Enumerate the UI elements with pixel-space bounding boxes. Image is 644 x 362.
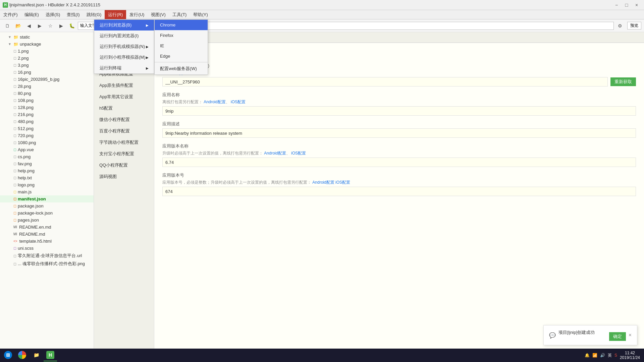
menu-tools[interactable]: 工具(T) — [169, 10, 190, 19]
sidebar-item-216png[interactable]: ◻ 216.png — [0, 111, 94, 118]
debug-button[interactable]: 🐛 — [67, 21, 76, 31]
ios-config-link[interactable]: iOS配置 — [231, 100, 246, 104]
title-bar: H ljnip/manifest.json - HBuilder X 2.4.2… — [0, 0, 644, 10]
sidebar-item-favpng[interactable]: ◻ fav.png — [0, 160, 94, 167]
nav-bytedance[interactable]: 字节跳动小程序配置 — [94, 137, 154, 148]
nav-source[interactable]: 源码视图 — [94, 171, 154, 182]
sidebar-item-logopng[interactable]: ◻ logo.png — [0, 181, 94, 188]
nav-app-other-settings[interactable]: App常用其它设置 — [94, 91, 154, 103]
preview-button[interactable]: 预览 — [627, 22, 641, 29]
browser-ie-item[interactable]: IE — [155, 41, 208, 51]
android-config3-link[interactable]: Android配置 — [312, 180, 334, 185]
sidebar-item-720png[interactable]: ◻ 720.png — [0, 132, 94, 139]
app-desc-label: 应用描述 — [162, 121, 636, 127]
taskbar-chrome[interactable] — [15, 349, 29, 361]
sidebar-item-mainjs[interactable]: ◻ main.js — [0, 188, 94, 195]
menu-select[interactable]: 选择(S) — [42, 10, 63, 19]
nav-qq[interactable]: QQ小程序配置 — [94, 160, 154, 171]
mi-icon: MI — [13, 225, 17, 229]
file-icon: ◻ — [13, 70, 16, 74]
sidebar-item-appvue[interactable]: ◻ App.vue — [0, 146, 94, 153]
sidebar-item-packagelockjson[interactable]: ◻ package-lock.json — [0, 209, 94, 217]
sidebar-item-url[interactable]: ◻ 零久附近通-全球开放信息平台.url — [0, 252, 94, 260]
run-to-terminal-item[interactable]: 运行到终端 ▶ — [94, 63, 154, 73]
run-to-miniprogram-item[interactable]: 运行到小程序模拟器(M) ▶ — [94, 52, 154, 63]
file-icon: ◻ — [13, 49, 16, 53]
sidebar-item-16png[interactable]: ◻ 16.png — [0, 69, 94, 76]
nav-app-native-plugins[interactable]: App原生插件配置 — [94, 80, 154, 91]
sidebar-item-1png[interactable]: ◻ 1.png — [0, 48, 94, 55]
run-to-browser-item[interactable]: 运行到浏览器(B) ▶ — [94, 20, 154, 31]
filter-button[interactable]: ⚙ — [615, 21, 625, 31]
sidebar-item-28png[interactable]: ◻ 28.png — [0, 83, 94, 90]
sidebar-item-108png[interactable]: ◻ 108.png — [0, 97, 94, 104]
nav-baidu[interactable]: 百度小程序配置 — [94, 125, 154, 137]
android-config2-link[interactable]: Android配置 — [264, 151, 286, 156]
menu-edit[interactable]: 编辑(E) — [21, 10, 42, 19]
menu-file[interactable]: 文件(F) — [0, 10, 21, 19]
run-to-mobile-item[interactable]: 运行到手机或模拟器(N) ▶ — [94, 41, 154, 52]
sidebar-item-misc[interactable]: ◻ ... 魂零联合传播样式-控件色彩.png — [0, 260, 94, 268]
browser-chrome-item[interactable]: Chrome — [155, 20, 208, 30]
sidebar-item-packagejson[interactable]: ◻ package.json — [0, 202, 94, 209]
sidebar-item-16pic[interactable]: ◻ 16pic_2002895_b.jpg — [0, 76, 94, 83]
run-to-internal-browser-item[interactable]: 运行到内置浏览器(I) — [94, 31, 154, 41]
sidebar: ▼ 📁 static ▼ 📁 unpackage ◻ 1.png ◻ 2.png… — [0, 32, 94, 352]
notification-close-button[interactable]: × — [629, 332, 632, 338]
start-button[interactable]: ⊞ — [1, 349, 15, 361]
sidebar-item-helppng[interactable]: ◻ help.png — [0, 167, 94, 174]
menu-help[interactable]: 帮助(Y) — [190, 10, 211, 19]
sidebar-item-480png[interactable]: ◻ 480.png — [0, 118, 94, 125]
app-version-num-input[interactable] — [162, 187, 636, 196]
sidebar-item-512png[interactable]: ◻ 512.png — [0, 125, 94, 132]
new-file-button[interactable]: 🗋 — [3, 21, 12, 31]
network-icon: 📶 — [592, 353, 597, 358]
taskbar-explorer[interactable]: 📁 — [30, 349, 43, 361]
close-button[interactable]: × — [632, 1, 641, 9]
notification-confirm-button[interactable]: 确定 — [609, 332, 626, 341]
browser-edge-item[interactable]: Edge — [155, 51, 208, 61]
ios-config3-link[interactable]: iOS配置 — [335, 180, 350, 185]
sidebar-item-3png[interactable]: ◻ 3.png — [0, 62, 94, 69]
back-button[interactable]: ◀ — [24, 21, 34, 31]
menu-run[interactable]: 运行(R) — [105, 10, 126, 19]
nav-h5[interactable]: h5配置 — [94, 103, 154, 114]
open-file-button[interactable]: 📂 — [13, 21, 23, 31]
sidebar-item-2png[interactable]: ◻ 2.png — [0, 55, 94, 62]
refresh-appid-button[interactable]: 重新获取 — [610, 77, 636, 86]
sidebar-item-helptxt[interactable]: ◻ help.txt — [0, 174, 94, 181]
sidebar-item-128png[interactable]: ◻ 128.png — [0, 104, 94, 111]
sidebar-item-manifestjson[interactable]: ◻ manifest.json — [0, 195, 94, 202]
ios-config2-link[interactable]: iOS配置 — [291, 151, 306, 156]
minimize-button[interactable]: − — [612, 1, 621, 9]
bookmark-button[interactable]: ☆ — [46, 21, 55, 31]
browser-firefox-item[interactable]: Firefox — [155, 30, 208, 41]
nav-wechat[interactable]: 微信小程序配置 — [94, 114, 154, 125]
app-version-name-input[interactable] — [162, 158, 636, 167]
app-desc-input[interactable] — [162, 128, 636, 138]
menu-view[interactable]: 视图(V) — [148, 10, 169, 19]
sidebar-item-static[interactable]: ▼ 📁 static — [0, 34, 94, 41]
sidebar-item-1080png[interactable]: ◻ 1080.png — [0, 139, 94, 146]
maximize-button[interactable]: □ — [622, 1, 631, 9]
run-button[interactable]: ▶ — [56, 21, 66, 31]
sidebar-item-cspng[interactable]: ◻ cs.png — [0, 153, 94, 160]
forward-button[interactable]: ▶ — [35, 21, 44, 31]
sidebar-item-80png[interactable]: ◻ 80.png — [0, 90, 94, 97]
android-config-link[interactable]: Android配置 — [204, 100, 225, 104]
configure-web-server-item[interactable]: 配置web服务器(W) — [155, 63, 208, 74]
menu-find[interactable]: 查找(I) — [63, 10, 83, 19]
file-icon: ◻ — [13, 119, 16, 124]
sidebar-item-pagesjson[interactable]: ◻ pages.json — [0, 217, 94, 224]
sidebar-item-uniscss[interactable]: ◻ uni.scss — [0, 245, 94, 252]
menu-publish[interactable]: 发行(U) — [126, 10, 148, 19]
sidebar-item-readmeen[interactable]: MI README.en.md — [0, 224, 94, 231]
taskbar-hbuilder[interactable]: H — [44, 349, 57, 361]
sidebar-item-readme[interactable]: MI README.md — [0, 231, 94, 238]
sidebar-item-templatehtml[interactable]: <> template.h5.html — [0, 238, 94, 245]
menu-goto[interactable]: 跳转(G) — [83, 10, 105, 19]
app-id-input[interactable] — [162, 77, 608, 86]
sidebar-item-unpackage[interactable]: ▼ 📁 unpackage — [0, 41, 94, 48]
app-name-input[interactable] — [162, 106, 636, 116]
nav-alipay[interactable]: 支付宝小程序配置 — [94, 148, 154, 160]
